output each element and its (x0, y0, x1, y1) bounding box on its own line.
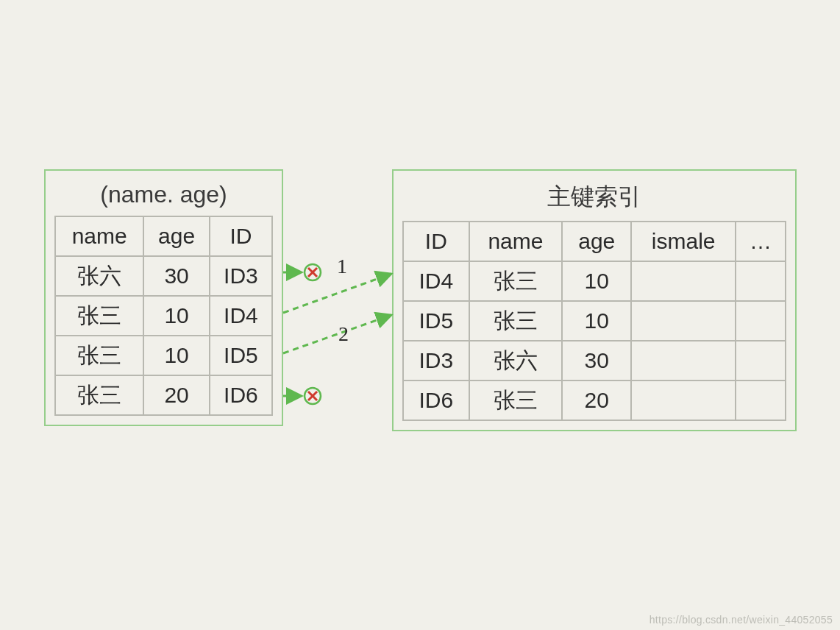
svg-point-0 (305, 264, 321, 280)
table-header-row: name age ID (55, 216, 272, 256)
col-age: age (562, 222, 631, 261)
cell: 张六 (469, 341, 563, 381)
cell: ID3 (403, 341, 469, 381)
svg-line-1 (308, 268, 317, 277)
cell (631, 341, 736, 381)
cell (631, 301, 736, 341)
cell: 张三 (55, 375, 143, 415)
cell: 张三 (469, 301, 563, 341)
lookup-arrow-1 (283, 274, 391, 313)
cell (736, 301, 786, 341)
primary-index-title: 主键索引 (402, 181, 786, 213)
col-ismale: ismale (631, 222, 736, 261)
table-row: 张三 20 ID6 (55, 375, 272, 415)
col-age: age (143, 216, 209, 256)
table-header-row: ID name age ismale … (403, 222, 786, 261)
col-name: name (469, 222, 563, 261)
cell: 20 (143, 375, 209, 415)
col-id: ID (403, 222, 469, 261)
table-row: 张三 10 ID4 (55, 296, 272, 336)
watermark-text: https://blog.csdn.net/weixin_44052055 (649, 614, 833, 626)
svg-point-3 (305, 388, 321, 404)
secondary-index-table: name age ID 张六 30 ID3 张三 10 ID4 张三 10 ID… (54, 216, 273, 416)
table-row: 张三 10 ID5 (55, 336, 272, 375)
svg-line-5 (308, 392, 317, 400)
arrow-label-1: 1 (337, 255, 347, 278)
cell: 张三 (55, 296, 143, 336)
lookup-arrow-2 (283, 315, 391, 353)
cell: 20 (562, 381, 631, 420)
table-row: ID4 张三 10 (403, 261, 786, 301)
col-more: … (736, 222, 786, 261)
cell (736, 261, 786, 301)
cell: ID5 (403, 301, 469, 341)
cell (736, 341, 786, 381)
primary-index-table: ID name age ismale … ID4 张三 10 ID5 张三 10 (402, 221, 786, 421)
cell: 30 (562, 341, 631, 381)
cell: 10 (143, 336, 209, 375)
cell: 张三 (469, 381, 563, 420)
cell: ID4 (403, 261, 469, 301)
secondary-index-panel: (name. age) name age ID 张六 30 ID3 张三 10 … (44, 169, 283, 426)
cell (631, 261, 736, 301)
cell (631, 381, 736, 420)
primary-index-panel: 主键索引 ID name age ismale … ID4 张三 10 ID5 … (392, 169, 797, 431)
cross-icon (305, 388, 321, 404)
cell: 张三 (469, 261, 563, 301)
table-row: ID5 张三 10 (403, 301, 786, 341)
table-row: ID6 张三 20 (403, 381, 786, 420)
cell: ID6 (210, 375, 272, 415)
svg-line-2 (308, 268, 317, 277)
cell: ID6 (403, 381, 469, 420)
cell: ID5 (210, 336, 272, 375)
col-name: name (55, 216, 143, 256)
cell: 10 (562, 261, 631, 301)
cell: 张三 (55, 336, 143, 375)
cross-icon (305, 264, 321, 280)
cell (736, 381, 786, 420)
cell: ID4 (210, 296, 272, 336)
cell: 10 (143, 296, 209, 336)
table-row: 张六 30 ID3 (55, 256, 272, 296)
col-id: ID (210, 216, 272, 256)
cell: ID3 (210, 256, 272, 296)
cell: 10 (562, 301, 631, 341)
cell: 张六 (55, 256, 143, 296)
secondary-index-title: (name. age) (54, 181, 273, 208)
cell: 30 (143, 256, 209, 296)
arrow-label-2: 2 (338, 322, 349, 346)
table-row: ID3 张六 30 (403, 341, 786, 381)
svg-line-4 (308, 392, 317, 400)
